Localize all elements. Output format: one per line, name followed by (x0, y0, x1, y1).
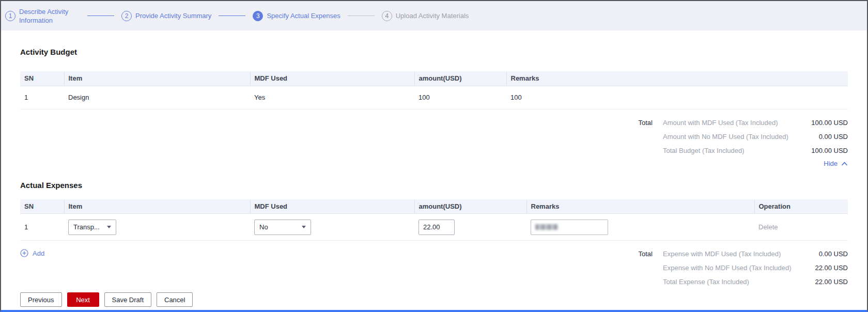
expense-total-value: 22.00 USD (796, 275, 848, 289)
step-upload-activity-materials[interactable]: 4 Upload Activity Materials (382, 11, 469, 21)
step-1-label: Describe Activity Information (19, 7, 80, 25)
expense-table-row: 1 Transp... No (20, 214, 848, 241)
expenses-col-mdf-used: MDF Used (250, 199, 414, 214)
budget-total-value: 100.00 USD (796, 144, 848, 158)
step-4-label: Upload Activity Materials (396, 11, 469, 20)
budget-header-row: SN Item MDF Used amount(USD) Remarks (20, 71, 848, 86)
step-1-circle: 1 (5, 11, 16, 21)
chevron-up-icon (841, 161, 848, 166)
expenses-col-remarks: Remarks (526, 199, 754, 214)
expenses-col-item: Item (64, 199, 250, 214)
expenses-col-sn: SN (20, 199, 64, 214)
step-describe-activity-information[interactable]: 1 Describe Activity Information (5, 7, 80, 25)
footer-button-row: Previous Next Save Draft Cancel (20, 292, 848, 307)
step-specify-actual-expenses[interactable]: 3 Specify Actual Expenses (253, 11, 340, 21)
budget-col-amount: amount(USD) (414, 71, 506, 86)
expenses-header-row: SN Item MDF Used amount(USD) Remarks Ope… (20, 199, 848, 214)
budget-total-word: Total (639, 116, 663, 130)
expenses-col-operation: Operation (754, 199, 848, 214)
budget-col-sn: SN (20, 71, 64, 86)
step-connector (219, 15, 245, 16)
step-3-label: Specify Actual Expenses (267, 11, 340, 20)
caret-down-icon (302, 226, 306, 228)
add-and-totals-section: Add Total Expense with MDF Used (Tax Inc… (20, 247, 848, 289)
budget-cell-sn: 1 (20, 86, 64, 109)
wizard-page: 1 Describe Activity Information 2 Provid… (0, 0, 868, 312)
budget-col-item: Item (64, 71, 250, 86)
expense-total-word: Total (639, 247, 663, 261)
wizard-stepper: 1 Describe Activity Information 2 Provid… (1, 1, 867, 30)
budget-cell-item: Design (64, 86, 250, 109)
budget-total-value: 0.00 USD (796, 130, 848, 144)
hide-link-label: Hide (824, 160, 838, 167)
form-content: Activity Budget SN Item MDF Used amount(… (1, 47, 867, 307)
expense-cell-mdf-used: No (250, 214, 414, 241)
expense-total-label: Expense with No MDF Used (Tax Included) (663, 261, 796, 275)
activity-budget-table: SN Item MDF Used amount(USD) Remarks 1 D… (20, 71, 848, 110)
add-expense-link[interactable]: Add (20, 249, 44, 257)
delete-row-link[interactable]: Delete (758, 223, 778, 231)
item-select-value: Transp... (73, 223, 100, 231)
budget-col-remarks: Remarks (506, 71, 848, 86)
budget-totals: Total Amount with MDF Used (Tax Included… (639, 116, 848, 158)
amount-input[interactable] (419, 220, 455, 235)
actual-expenses-table: SN Item MDF Used amount(USD) Remarks Ope… (20, 199, 848, 241)
plus-circle-icon (20, 249, 28, 257)
budget-cell-amount: 100 (414, 86, 506, 109)
mdf-used-select-value: No (259, 223, 268, 231)
add-link-label: Add (33, 249, 44, 257)
expense-total-value: 0.00 USD (796, 247, 848, 261)
save-draft-button[interactable]: Save Draft (104, 292, 151, 307)
remarks-redacted-text (535, 224, 558, 230)
expense-cell-item: Transp... (64, 214, 250, 241)
next-button[interactable]: Next (67, 292, 99, 307)
budget-total-label: Amount with MDF Used (Tax Included) (663, 116, 796, 130)
budget-total-label: Amount with No MDF Used (Tax Included) (663, 130, 796, 144)
budget-cell-mdf-used: Yes (250, 86, 414, 109)
cancel-button[interactable]: Cancel (157, 292, 193, 307)
expense-total-label: Expense with MDF Used (Tax Included) (663, 247, 796, 261)
expenses-col-amount: amount(USD) (414, 199, 526, 214)
step-provide-activity-summary[interactable]: 2 Provide Activity Summary (121, 11, 211, 21)
expense-cell-amount (414, 214, 526, 241)
budget-total-value: 100.00 USD (796, 116, 848, 130)
expense-total-value: 22.00 USD (796, 261, 848, 275)
step-connector (348, 15, 375, 16)
step-3-circle: 3 (253, 11, 263, 21)
budget-total-label: Total Budget (Tax Included) (663, 144, 796, 158)
mdf-used-select[interactable]: No (254, 220, 311, 235)
budget-col-mdf-used: MDF Used (250, 71, 414, 86)
caret-down-icon (107, 226, 111, 228)
budget-cell-remarks: 100 (506, 86, 848, 109)
step-2-circle: 2 (121, 11, 132, 21)
previous-button[interactable]: Previous (20, 292, 62, 307)
expense-total-label: Total Expense (Tax Included) (663, 275, 796, 289)
expense-cell-operation: Delete (754, 214, 848, 241)
expense-totals: Total Expense with MDF Used (Tax Include… (639, 247, 848, 289)
actual-expenses-title: Actual Expenses (20, 180, 848, 191)
expense-cell-remarks (526, 214, 754, 241)
expense-cell-sn: 1 (20, 214, 64, 241)
hide-budget-totals-link[interactable]: Hide (824, 159, 848, 169)
budget-table-row: 1 Design Yes 100 100 (20, 86, 848, 109)
step-connector (87, 15, 114, 16)
step-2-label: Provide Activity Summary (135, 11, 211, 20)
step-4-circle: 4 (382, 11, 392, 21)
activity-budget-title: Activity Budget (20, 47, 848, 57)
item-select[interactable]: Transp... (68, 220, 116, 235)
remarks-input[interactable] (531, 220, 608, 235)
